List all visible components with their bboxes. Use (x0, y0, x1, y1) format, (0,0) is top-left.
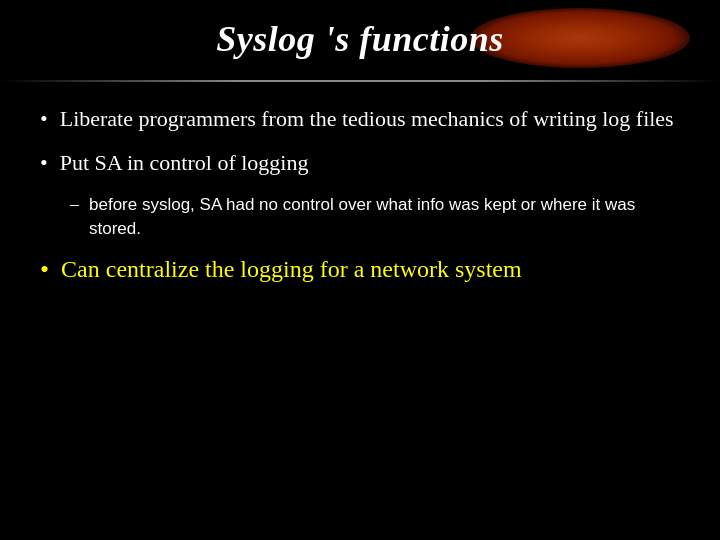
slide: Syslog 's functions • Liberate programme… (0, 0, 720, 540)
title-bar: Syslog 's functions (0, 0, 720, 70)
bullet-dot-1: • (40, 106, 48, 132)
sub-bullet-text-1: before syslog, SA had no control over wh… (89, 193, 680, 241)
divider (0, 80, 720, 82)
slide-title: Syslog 's functions (216, 18, 504, 60)
bullet-text-2: Put SA in control of logging (60, 148, 309, 178)
bullet-item-2: • Put SA in control of logging (40, 148, 680, 178)
bullet-text-1: Liberate programmers from the tedious me… (60, 104, 674, 134)
bullet-dot-2: • (40, 150, 48, 176)
sub-bullet-dash-1: – (70, 194, 79, 215)
bullet-text-3: Can centralize the logging for a network… (61, 253, 522, 285)
bullet-dot-3: • (40, 255, 49, 285)
bullet-item-3: • Can centralize the logging for a netwo… (40, 253, 680, 285)
bullet-item-1: • Liberate programmers from the tedious … (40, 104, 680, 134)
content-area: • Liberate programmers from the tedious … (0, 104, 720, 540)
sub-bullet-item-1: – before syslog, SA had no control over … (70, 193, 680, 241)
